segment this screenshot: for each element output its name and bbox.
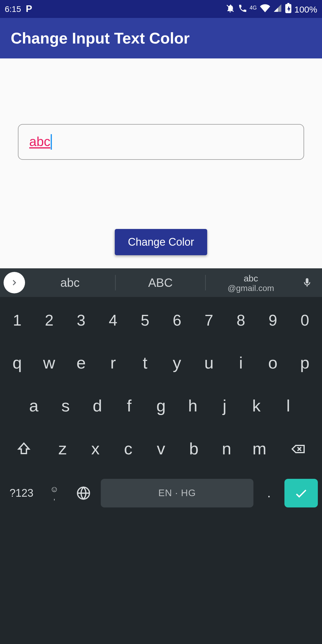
suggestion-bar: abc ABC abc @gmail.com [0, 268, 322, 297]
key-k[interactable]: k [242, 386, 271, 426]
backspace-key[interactable] [277, 429, 320, 469]
key-row-1: qwertyuiop [1, 343, 321, 383]
key-2[interactable]: 2 [34, 301, 64, 340]
suggestion-2[interactable]: ABC [115, 276, 205, 290]
key-w[interactable]: w [34, 343, 64, 383]
key-z[interactable]: z [47, 429, 78, 469]
key-4[interactable]: 4 [98, 301, 128, 340]
key-h[interactable]: h [178, 386, 208, 426]
key-l[interactable]: l [273, 386, 303, 426]
content-area: abc Change Color [0, 58, 322, 268]
key-n[interactable]: n [211, 429, 242, 469]
text-caret [51, 134, 52, 150]
space-key[interactable]: EN · HG [101, 479, 253, 507]
key-b[interactable]: b [179, 429, 209, 469]
expand-suggestions-button[interactable] [4, 272, 25, 293]
key-row-3: zxcvbnm [1, 429, 321, 469]
do-not-disturb-icon [225, 3, 235, 15]
key-e[interactable]: e [66, 343, 96, 383]
change-color-button[interactable]: Change Color [115, 229, 207, 255]
voice-input-button[interactable] [296, 276, 318, 289]
key-g[interactable]: g [146, 386, 176, 426]
language-key[interactable] [70, 479, 97, 507]
key-7[interactable]: 7 [194, 301, 224, 340]
status-bar: 6:15 P 4G 100% [0, 0, 322, 18]
battery-charging-icon [285, 3, 291, 15]
key-r[interactable]: r [98, 343, 128, 383]
key-row-numbers: 1234567890 [1, 301, 321, 340]
key-v[interactable]: v [146, 429, 176, 469]
suggestion-1[interactable]: abc [25, 276, 115, 290]
key-a[interactable]: a [19, 386, 49, 426]
soft-keyboard: abc ABC abc @gmail.com 1234567890 qwerty… [0, 268, 322, 644]
signal-icon [273, 4, 282, 14]
key-1[interactable]: 1 [2, 301, 32, 340]
key-8[interactable]: 8 [226, 301, 256, 340]
page-title: Change Input Text Color [11, 29, 190, 47]
key-f[interactable]: f [114, 386, 144, 426]
status-time: 6:15 [5, 4, 21, 14]
key-y[interactable]: y [162, 343, 192, 383]
key-s[interactable]: s [51, 386, 80, 426]
key-9[interactable]: 9 [258, 301, 288, 340]
app-bar: Change Input Text Color [0, 18, 322, 58]
call-4g-icon: 4G [238, 3, 257, 15]
key-x[interactable]: x [80, 429, 111, 469]
key-0[interactable]: 0 [290, 301, 320, 340]
key-p[interactable]: p [290, 343, 320, 383]
key-m[interactable]: m [244, 429, 275, 469]
key-q[interactable]: q [2, 343, 32, 383]
key-5[interactable]: 5 [130, 301, 160, 340]
key-row-2: asdfghjkl [1, 386, 321, 426]
period-key[interactable]: . [257, 479, 281, 507]
wifi-icon [260, 3, 270, 15]
pandora-icon: P [26, 4, 32, 14]
key-row-bottom: ?123 ☺ , EN · HG . [0, 476, 322, 515]
key-6[interactable]: 6 [162, 301, 192, 340]
key-c[interactable]: c [113, 429, 143, 469]
emoji-icon: ☺ [50, 485, 59, 493]
enter-key[interactable] [284, 479, 318, 507]
key-d[interactable]: d [83, 386, 112, 426]
shift-key[interactable] [2, 429, 45, 469]
input-value: abc [29, 134, 50, 150]
key-u[interactable]: u [194, 343, 224, 383]
key-t[interactable]: t [130, 343, 160, 383]
battery-percent: 100% [294, 4, 317, 14]
key-3[interactable]: 3 [66, 301, 96, 340]
symbols-key[interactable]: ?123 [4, 479, 39, 507]
change-color-label: Change Color [128, 236, 194, 248]
key-j[interactable]: j [210, 386, 239, 426]
text-input[interactable]: abc [18, 124, 304, 160]
emoji-key[interactable]: ☺ , [42, 479, 66, 507]
key-i[interactable]: i [226, 343, 256, 383]
key-o[interactable]: o [258, 343, 288, 383]
suggestion-3[interactable]: abc @gmail.com [206, 273, 296, 292]
